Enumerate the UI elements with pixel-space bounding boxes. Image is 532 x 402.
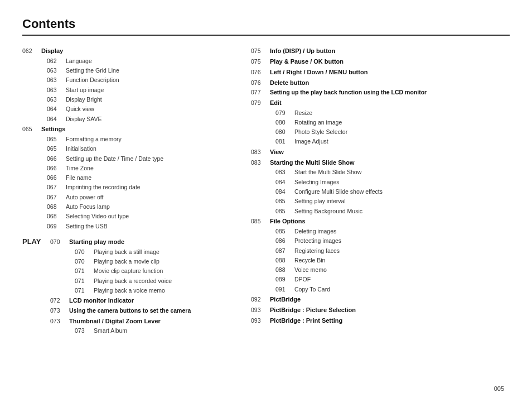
entry-label: Function Description bbox=[66, 75, 119, 85]
list-item: 064 Quick view bbox=[22, 104, 234, 114]
entry-page-num: 062 bbox=[22, 46, 41, 56]
entry-label: File name bbox=[66, 173, 91, 183]
entry-label: Movie clip capture function bbox=[94, 266, 163, 276]
list-item: 077 Setting up the play back function us… bbox=[251, 88, 510, 97]
list-item: 071 Playing back a recorded voice bbox=[50, 276, 234, 286]
list-item: 088 Voice memo bbox=[251, 265, 510, 275]
play-label-section: PLAY 070 Starting play mode 070 Playing … bbox=[22, 237, 234, 336]
entry-label: Setting the Grid Line bbox=[66, 66, 119, 75]
page-title: Contents bbox=[22, 17, 75, 31]
left-column: 062 Display 062 Language 063 Setting the… bbox=[22, 46, 234, 336]
entry-page-num: 073 bbox=[50, 317, 69, 327]
entry-page-num: 079 bbox=[275, 108, 294, 118]
entry-page-num: 073 bbox=[50, 306, 69, 315]
entry-label: Deleting images bbox=[294, 227, 336, 236]
list-item: 068 Auto Focus lamp bbox=[22, 202, 234, 212]
list-item: 068 Selecting Video out type bbox=[22, 212, 234, 221]
play-section: PLAY 070 Starting play mode 070 Playing … bbox=[22, 237, 234, 336]
entry-page-num: 071 bbox=[75, 266, 94, 276]
list-item: 084 Configure Multi Slide show effects bbox=[251, 187, 510, 197]
list-item: 062 Display bbox=[22, 46, 234, 56]
list-item: 065 Settings bbox=[22, 124, 234, 135]
entry-label: Settings bbox=[41, 124, 65, 135]
list-item: 070 Playing back a movie clip bbox=[50, 257, 234, 266]
list-item: 063 Display Bright bbox=[22, 95, 234, 104]
entry-page-num: 075 bbox=[251, 46, 270, 56]
entry-page-num: 073 bbox=[75, 326, 94, 336]
entry-label: Setting Background Music bbox=[294, 207, 362, 216]
list-item: 093 PictBridge : Print Setting bbox=[251, 315, 510, 326]
entry-page-num: 080 bbox=[275, 127, 294, 137]
entry-label: File Options bbox=[270, 216, 306, 227]
list-item: 071 Playing back a voice memo bbox=[50, 286, 234, 295]
entry-label: Configure Multi Slide show effects bbox=[294, 187, 383, 197]
list-item: 081 Image Adjust bbox=[251, 137, 510, 146]
entry-page-num: 083 bbox=[251, 147, 270, 157]
entry-label: Time Zone bbox=[66, 164, 94, 173]
entry-label: Edit bbox=[270, 98, 282, 108]
entry-page-num: 066 bbox=[47, 173, 66, 183]
entry-page-num: 066 bbox=[47, 164, 66, 173]
entry-label: Rotating an image bbox=[294, 118, 342, 127]
entry-label: Setting the USB bbox=[66, 222, 108, 231]
list-item: 080 Photo Style Selector bbox=[251, 127, 510, 137]
entry-label: DPOF bbox=[294, 275, 311, 284]
list-item: 063 Function Description bbox=[22, 75, 234, 85]
list-item: 086 Protecting images bbox=[251, 236, 510, 246]
entry-label: Voice memo bbox=[294, 265, 327, 275]
entry-page-num: 093 bbox=[251, 305, 270, 315]
entry-page-num: 065 bbox=[47, 135, 66, 144]
entry-page-num: 077 bbox=[251, 88, 270, 97]
entry-label: Info (DISP) / Up button bbox=[270, 46, 335, 56]
list-item: 079 Resize bbox=[251, 108, 510, 118]
list-item: 091 Copy To Card bbox=[251, 285, 510, 294]
entry-page-num: 065 bbox=[22, 125, 41, 135]
entry-page-num: 068 bbox=[47, 202, 66, 212]
list-item: 066 Setting up the Date / Time / Date ty… bbox=[22, 154, 234, 164]
entry-label: Registering faces bbox=[294, 246, 340, 256]
entry-page-num: 070 bbox=[75, 257, 94, 266]
entry-label: PictBridge : Print Setting bbox=[270, 315, 342, 326]
list-item: 067 Imprinting the recording date bbox=[22, 183, 234, 192]
entry-page-num: 087 bbox=[275, 246, 294, 256]
entry-label: Smart Album bbox=[94, 326, 127, 336]
entry-page-num: 083 bbox=[251, 158, 270, 168]
entry-label: Starting the Multi Slide Show bbox=[270, 157, 355, 168]
entry-label: Starting play mode bbox=[69, 237, 124, 247]
entry-page-num: 063 bbox=[47, 66, 66, 75]
list-item: 071 Movie clip capture function bbox=[50, 266, 234, 276]
list-item: 083 Start the Multi Slide Show bbox=[251, 168, 510, 177]
entry-label: Auto Focus lamp bbox=[66, 202, 110, 212]
entry-label: Formatting a memory bbox=[66, 135, 122, 144]
entry-page-num: 079 bbox=[251, 98, 270, 108]
list-item: 065 Formatting a memory bbox=[22, 135, 234, 144]
entry-label: Copy To Card bbox=[294, 285, 330, 294]
entry-label: Imprinting the recording date bbox=[66, 183, 141, 192]
entry-page-num: 085 bbox=[275, 227, 294, 236]
list-item: 063 Start up image bbox=[22, 85, 234, 95]
entry-page-num: 076 bbox=[251, 78, 270, 88]
list-item: 085 Setting play interval bbox=[251, 197, 510, 206]
list-item: 085 File Options bbox=[251, 216, 510, 227]
entry-label: Setting up the play back function using … bbox=[270, 88, 427, 97]
list-item: 073 Smart Album bbox=[50, 326, 234, 336]
entry-page-num: 080 bbox=[275, 118, 294, 127]
entry-page-num: 064 bbox=[47, 104, 66, 114]
entry-page-num: 063 bbox=[47, 85, 66, 95]
entry-label: Auto power off bbox=[66, 193, 104, 202]
entry-page-num: 088 bbox=[275, 256, 294, 265]
right-column: 075 Info (DISP) / Up button 075 Play & P… bbox=[251, 46, 510, 336]
list-item: 088 Recycle Bin bbox=[251, 256, 510, 265]
list-item: 076 Left / Right / Down / MENU button bbox=[251, 67, 510, 78]
entry-label: Selecting Images bbox=[294, 178, 340, 187]
footer-page-num: 005 bbox=[494, 385, 504, 392]
entry-label: Display Bright bbox=[66, 95, 102, 104]
list-item: 075 Play & Pause / OK button bbox=[251, 56, 510, 67]
entry-page-num: 068 bbox=[47, 212, 66, 221]
entry-label: Recycle Bin bbox=[294, 256, 325, 265]
entry-label: View bbox=[270, 147, 284, 157]
entry-page-num: 067 bbox=[47, 193, 66, 202]
entry-page-num: 091 bbox=[275, 285, 294, 294]
list-item: 085 Setting Background Music bbox=[251, 207, 510, 216]
left-col-items: 062 Display 062 Language 063 Setting the… bbox=[22, 46, 234, 231]
